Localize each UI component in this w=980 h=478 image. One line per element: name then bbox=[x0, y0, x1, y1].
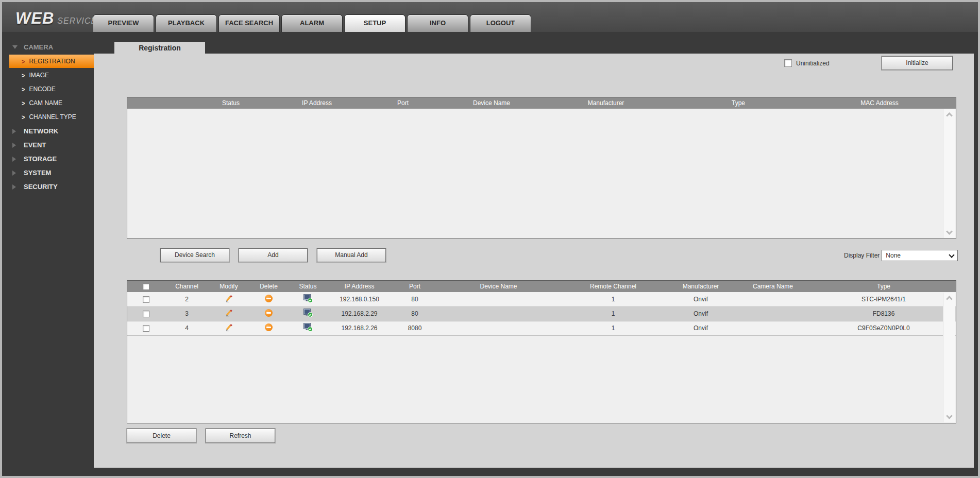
device-table-scrollbar[interactable] bbox=[943, 109, 955, 238]
chevron-expanded-icon bbox=[12, 45, 18, 49]
select-all-checkbox[interactable] bbox=[143, 283, 149, 290]
tab-info[interactable]: INFO bbox=[407, 14, 468, 32]
channel-cell: 4 bbox=[165, 321, 209, 335]
manufacturer-cell: Onvif bbox=[667, 321, 734, 335]
add-button[interactable]: Add bbox=[239, 248, 308, 262]
row-checkbox[interactable] bbox=[143, 296, 149, 303]
sidebar-item-label: CHANNEL TYPE bbox=[29, 113, 76, 121]
ip-cell: 192.168.2.26 bbox=[327, 321, 392, 335]
tab-alarm[interactable]: ALARM bbox=[281, 14, 343, 32]
sidebar-item-encode[interactable]: > ENCODE bbox=[9, 82, 94, 96]
channel-table: Channel Modify Delete Status IP Address … bbox=[127, 280, 956, 423]
device-search-table-header: Status IP Address Port Device Name Manuf… bbox=[127, 97, 956, 109]
type-cell: FD8136 bbox=[812, 306, 956, 321]
sidebar-item-image[interactable]: > IMAGE bbox=[9, 69, 94, 82]
tab-setup[interactable]: SETUP bbox=[344, 14, 405, 32]
arrow-icon: > bbox=[22, 58, 25, 65]
device-name-cell bbox=[438, 292, 559, 306]
sidebar-item-cam-name[interactable]: > CAM NAME bbox=[9, 96, 94, 110]
tab-preview[interactable]: PREVIEW bbox=[93, 14, 154, 32]
sidebar-group-system[interactable]: SYSTEM bbox=[2, 166, 94, 180]
main-nav: PREVIEW PLAYBACK FACE SEARCH ALARM SETUP… bbox=[93, 14, 531, 32]
minus-circle-icon[interactable] bbox=[265, 323, 273, 331]
minus-circle-icon[interactable] bbox=[265, 309, 273, 317]
chevron-down-icon bbox=[949, 252, 955, 258]
camera-name-cell bbox=[734, 306, 812, 321]
tab-playback[interactable]: PLAYBACK bbox=[156, 14, 217, 32]
sidebar-group-event[interactable]: EVENT bbox=[2, 138, 94, 152]
channel-cell: 3 bbox=[165, 306, 209, 321]
manufacturer-cell: Onvif bbox=[667, 292, 734, 306]
type-cell: STC-IPM2641/1 bbox=[812, 292, 956, 306]
uninitialized-checkbox[interactable] bbox=[784, 59, 792, 67]
display-filter: Display Filter None bbox=[844, 250, 958, 261]
sidebar-group-label: STORAGE bbox=[24, 155, 57, 163]
pencil-icon[interactable] bbox=[225, 294, 233, 304]
port-cell: 80 bbox=[392, 292, 438, 306]
scroll-up-icon[interactable] bbox=[946, 112, 953, 119]
row-checkbox[interactable] bbox=[143, 325, 149, 332]
top-banner: WEBSERVICE PREVIEW PLAYBACK FACE SEARCH … bbox=[2, 2, 978, 32]
brand-subtitle: SERVICE bbox=[57, 16, 97, 25]
remote-channel-cell: 1 bbox=[559, 321, 667, 335]
channel-table-scrollbar[interactable] bbox=[943, 293, 955, 422]
sidebar-group-network[interactable]: NETWORK bbox=[2, 124, 94, 138]
device-connected-icon[interactable] bbox=[303, 294, 313, 304]
registration-page-tab[interactable]: Registration bbox=[114, 42, 205, 54]
manufacturer-cell: Onvif bbox=[667, 306, 734, 321]
chevron-collapsed-icon bbox=[12, 170, 16, 176]
device-connected-icon[interactable] bbox=[303, 323, 313, 333]
device-search-button[interactable]: Device Search bbox=[160, 248, 229, 262]
column-header-status: Status bbox=[189, 97, 273, 109]
display-filter-select[interactable]: None bbox=[882, 250, 958, 261]
scroll-down-icon[interactable] bbox=[946, 228, 953, 235]
sidebar-item-channel-type[interactable]: > CHANNEL TYPE bbox=[9, 110, 94, 124]
device-name-cell bbox=[438, 306, 559, 321]
column-header-type: Type bbox=[673, 97, 803, 109]
type-cell: C9F0SeZ0N0P0L0 bbox=[812, 321, 956, 335]
tab-logout[interactable]: LOGOUT bbox=[470, 14, 531, 32]
column-header-device-name: Device Name bbox=[445, 97, 538, 109]
tab-face-search[interactable]: FACE SEARCH bbox=[218, 14, 280, 32]
pencil-icon[interactable] bbox=[225, 309, 233, 319]
sidebar-group-label: SECURITY bbox=[24, 183, 58, 191]
sidebar-group-security[interactable]: SECURITY bbox=[2, 180, 94, 194]
uninitialized-option: Uninitialized bbox=[784, 59, 830, 67]
sidebar-group-camera[interactable]: CAMERA bbox=[2, 40, 94, 54]
column-header-ip-address: IP Address bbox=[327, 281, 392, 292]
manual-add-button[interactable]: Manual Add bbox=[317, 248, 386, 262]
channel-table-header: Channel Modify Delete Status IP Address … bbox=[127, 281, 956, 336]
minus-circle-icon[interactable] bbox=[265, 295, 273, 302]
sidebar-item-label: CAM NAME bbox=[29, 99, 62, 107]
pencil-icon[interactable] bbox=[225, 323, 233, 333]
sidebar-item-registration[interactable]: > REGISTRATION bbox=[9, 55, 94, 68]
column-header-manufacturer: Manufacturer bbox=[538, 97, 673, 109]
sidebar-group-storage[interactable]: STORAGE bbox=[2, 152, 94, 166]
sidebar-item-label: IMAGE bbox=[29, 72, 49, 79]
sidebar: CAMERA > REGISTRATION > IMAGE > ENCODE >… bbox=[2, 32, 94, 476]
column-header-channel: Channel bbox=[165, 281, 209, 292]
device-connected-icon[interactable] bbox=[303, 309, 313, 319]
refresh-button[interactable]: Refresh bbox=[206, 429, 275, 443]
sidebar-group-label: NETWORK bbox=[24, 127, 58, 135]
display-filter-value: None bbox=[886, 252, 901, 259]
arrow-icon: > bbox=[22, 86, 25, 93]
scroll-up-icon[interactable] bbox=[946, 296, 953, 302]
content-panel: Registration Uninitialized Initialize bbox=[94, 54, 974, 468]
scroll-down-icon[interactable] bbox=[946, 413, 953, 419]
column-header-device-name: Device Name bbox=[438, 281, 559, 292]
ip-cell: 192.168.2.29 bbox=[327, 306, 392, 321]
column-header-port: Port bbox=[392, 281, 438, 292]
column-header-modify: Modify bbox=[209, 281, 249, 292]
app-window: WEBSERVICE PREVIEW PLAYBACK FACE SEARCH … bbox=[0, 0, 980, 478]
chevron-collapsed-icon bbox=[12, 129, 16, 134]
column-header-status: Status bbox=[289, 281, 327, 292]
column-header-mac-address: MAC Address bbox=[803, 97, 956, 109]
initialize-button[interactable]: Initialize bbox=[882, 56, 953, 70]
row-checkbox[interactable] bbox=[143, 311, 149, 317]
sidebar-group-label: CAMERA bbox=[24, 43, 53, 51]
initialize-row: Uninitialized Initialize bbox=[94, 54, 974, 74]
brand-title: WEB bbox=[15, 9, 54, 27]
delete-button[interactable]: Delete bbox=[127, 429, 196, 443]
column-header-remote-channel: Remote Channel bbox=[559, 281, 667, 292]
